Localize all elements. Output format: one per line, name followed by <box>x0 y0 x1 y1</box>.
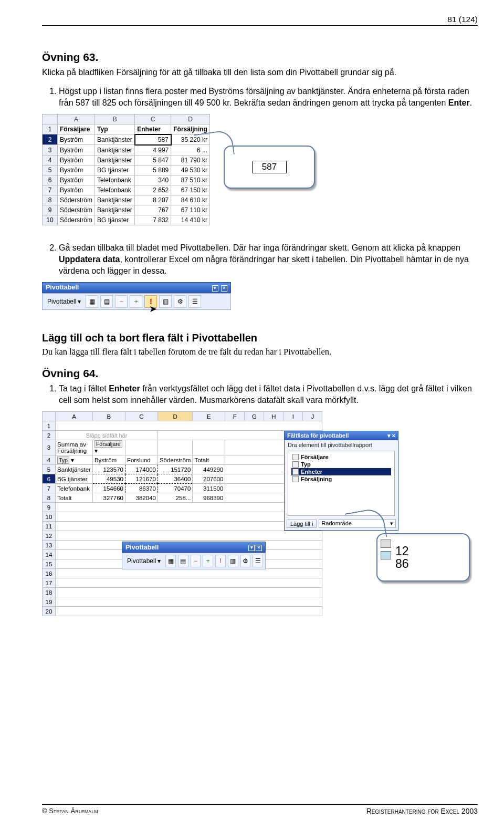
hdr-enheter: Enheter <box>135 124 171 134</box>
pivot-col-field-tag[interactable]: Försäljare <box>94 440 122 448</box>
toolbar-chart-icon[interactable]: ▤ <box>100 295 113 308</box>
field-icon <box>292 461 299 468</box>
pivot-grid: A B C D E F G H I J 1 2Släpp sidfält här… <box>42 411 322 616</box>
footer-author: © Stefan Ärlemalm <box>42 807 98 815</box>
drop-page-field[interactable]: Släpp sidfält här <box>56 431 158 440</box>
field-icon <box>292 454 299 460</box>
step-1: Högst upp i listan finns flera poster me… <box>59 86 478 109</box>
col-B: B <box>95 114 135 124</box>
toolbar-show-detail-icon[interactable]: + <box>130 295 142 308</box>
drag-table-icon <box>381 551 391 559</box>
toolbar-titlebar: Pivottabell ▾ × <box>42 282 231 293</box>
callout-pointer-icon <box>194 129 235 160</box>
col-A: A <box>58 114 95 124</box>
callout-zoom-cell: 587 <box>224 146 315 189</box>
close-icon[interactable]: × <box>221 285 227 292</box>
dropdown-icon[interactable]: ▾ <box>248 545 255 551</box>
hdr-forsaljare: Försäljare <box>58 124 95 134</box>
exercise-63-heading: Övning 63. <box>42 51 478 64</box>
toolbar-wizard-icon[interactable]: ▦ <box>86 295 98 308</box>
selected-cell-enheter: 587 <box>135 134 171 145</box>
toolbar-settings-icon[interactable]: ⚙ <box>174 295 186 308</box>
toolbar2-menu-pivottabell[interactable]: Pivottabell▾ <box>124 557 163 565</box>
floating-pivot-toolbar: Pivottabell ▾× Pivottabell▾ ▦ ▤ − + ! ▥ … <box>122 542 266 569</box>
rowhdr-2: 2 <box>43 134 58 145</box>
col-C: C <box>135 114 171 124</box>
toolbar-window-buttons: ▾ × <box>211 284 227 292</box>
corner-cell <box>43 114 58 124</box>
exercise-63-intro: Klicka på bladfliken Försäljning för att… <box>42 67 478 78</box>
fieldlist-close-icon[interactable]: ▾ × <box>387 432 395 439</box>
fieldlist-item-enheter[interactable]: Enheter <box>291 468 391 475</box>
drag-thumb-icon <box>381 540 391 548</box>
field-icon <box>292 469 299 475</box>
section-add-remove-fields-heading: Lägg till och ta bort flera fält i Pivot… <box>42 332 478 344</box>
excel-list-screenshot: A B C D 1 Försäljare Typ Enheter Försälj… <box>42 114 315 235</box>
toolbar2-chart-icon[interactable]: ▤ <box>178 555 188 567</box>
footer-book-title: Registerhantering för Excel 2003 <box>366 807 478 815</box>
toolbar-fieldlist-icon[interactable]: ☰ <box>188 295 201 308</box>
toolbar-include-icon[interactable]: ▥ <box>159 295 172 308</box>
toolbar-menu-pivottabell[interactable]: Pivottabell▾ <box>45 297 83 306</box>
exercise-64-steps: Ta tag i fältet Enheter från verktygsfäl… <box>42 383 478 406</box>
page-number: 81 (124) <box>42 15 478 26</box>
fieldlist-items: Försäljare Typ Enheter Försäljning <box>288 451 395 516</box>
rowhdr-1: 1 <box>43 124 58 134</box>
dropdown-icon[interactable]: ▾ <box>212 285 218 292</box>
toolbar-title-text: Pivottabell <box>46 284 79 291</box>
field-icon <box>292 476 299 482</box>
toolbar-hide-detail-icon[interactable]: − <box>115 295 128 308</box>
toolbar2-wizard-icon[interactable]: ▦ <box>165 555 176 567</box>
exercise-63-steps-2: Gå sedan tillbaka till bladet med Pivott… <box>42 242 478 277</box>
ex64-step-1: Ta tag i fältet Enheter från verktygsfäl… <box>59 383 478 406</box>
fieldlist-titlebar: Fältlista för pivottabell ▾ × <box>285 431 398 440</box>
callout2-value-2: 86 <box>395 557 409 570</box>
toolbar2-include-icon[interactable]: ▥ <box>228 555 238 567</box>
toolbar2-refresh-icon[interactable]: ! <box>215 555 226 567</box>
callout2-value-1: 12 <box>395 545 409 557</box>
pivot-toolbar-screenshot: Pivottabell ▾ × Pivottabell▾ ▦ ▤ − + ! ➤… <box>42 282 231 310</box>
toolbar-body: Pivottabell▾ ▦ ▤ − + ! ➤ ▥ ⚙ ☰ <box>42 293 231 310</box>
hdr-typ: Typ <box>95 124 135 134</box>
pivot-measure-label: Summa av Försäljning <box>56 440 93 455</box>
toolbar2-show-icon[interactable]: + <box>203 555 213 567</box>
callout-value: 587 <box>252 161 287 173</box>
cursor-icon: ➤ <box>149 303 157 315</box>
col-D: D <box>171 114 210 124</box>
toolbar2-hide-icon[interactable]: − <box>191 555 201 567</box>
fieldlist-item-typ[interactable]: Typ <box>291 461 391 468</box>
page-footer: © Stefan Ärlemalm Registerhantering för … <box>42 804 478 815</box>
page: 81 (124) Övning 63. Klicka på bladfliken… <box>0 0 504 830</box>
toolbar2-title-text: Pivottabell <box>125 544 159 551</box>
pivot-row-field-tag[interactable]: Typ <box>57 456 69 464</box>
fieldlist-item-forsaljare[interactable]: Försäljare <box>291 453 391 461</box>
toolbar-refresh-data-icon[interactable]: ! ➤ <box>144 295 157 308</box>
toolbar2-fieldlist-icon[interactable]: ☰ <box>253 555 263 567</box>
excel-table: A B C D 1 Försäljare Typ Enheter Försälj… <box>42 114 210 225</box>
exercise-63-steps: Högst upp i listan finns flera poster me… <box>42 86 478 109</box>
exercise-64-heading: Övning 64. <box>42 367 478 380</box>
fieldlist-add-button[interactable]: Lägg till i <box>287 520 317 528</box>
toolbar2-settings-icon[interactable]: ⚙ <box>240 555 251 567</box>
step-2: Gå sedan tillbaka till bladet med Pivott… <box>59 242 478 277</box>
pivot-drag-screenshot: A B C D E F G H I J 1 2Släpp sidfält här… <box>42 411 470 600</box>
fieldlist-item-forsaljning[interactable]: Försäljning <box>291 475 391 483</box>
callout-drag-cursor: 12 86 <box>376 533 470 582</box>
drag-target-cell[interactable]: 36400 <box>158 474 192 484</box>
fieldlist-subtitle: Dra element till pivottabellrapport <box>285 440 398 450</box>
section-add-remove-fields-intro: Du kan lägga till flera fält i tabellen … <box>42 346 478 358</box>
close-icon[interactable]: × <box>256 545 262 551</box>
